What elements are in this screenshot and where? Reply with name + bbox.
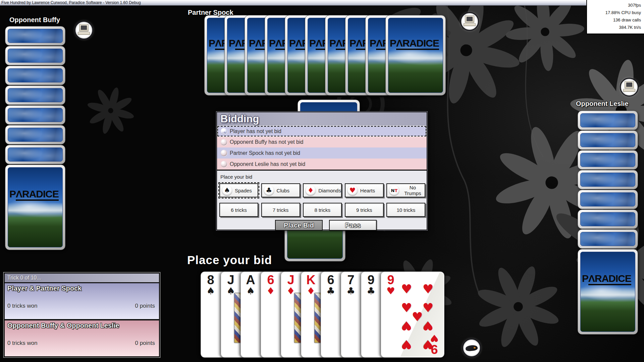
paradice-logo-p: P [309,38,316,49]
bidding-dialog-title: Bidding [217,112,427,126]
pip: ♥ [422,337,433,352]
card-rank: J [224,274,237,286]
nt-letter-t: T [394,188,397,193]
place-your-bid-label: Place your bid [220,174,252,180]
tricks-won-value: 0 tricks won [7,303,38,309]
card-back-sliver [578,150,638,170]
card-back-face [580,232,635,246]
paradice-logo-p: P [249,38,255,49]
diamonds-suit-icon: ♦ [306,185,316,195]
current-bidder-arrow-icon: → [221,128,227,134]
pip: ♥ [401,337,412,352]
suit-button-label: Diamonds [318,188,341,193]
trick-button-6-tricks[interactable]: 6 tricks [219,203,258,217]
computer-icon [74,21,93,40]
mouse-body [465,345,478,352]
trick-button-9-tricks[interactable]: 9 tricks [345,203,384,217]
bid-prompt-text: Place your bid [187,253,272,267]
card-back-sliver [5,46,65,65]
suit-button-no-trumps[interactable]: NTNo Trumps [386,183,425,197]
bid-status-row: →Player has not yet bid [217,126,427,137]
player-label-opponent-leslie: Opponent Leslie [576,100,629,108]
paradice-logo: PΛRADICE [582,274,631,284]
card-back-face: PΛRADICE [8,167,63,247]
card-rank: 6 [264,274,277,286]
paradice-logo-p: P [582,273,588,284]
paradice-logo-p: P [269,38,275,49]
pass-button[interactable]: Pass [329,220,377,231]
suit-button-label: Spades [235,188,252,193]
pip: ♥ [422,300,433,315]
suit-button-spades[interactable]: ♠Spades [219,183,258,197]
arrow-glyph: → [221,129,226,134]
trick-button-7-tricks[interactable]: 7 tricks [261,203,300,217]
card-back-face [8,88,63,102]
card-back-face [580,133,635,147]
suit-button-label: No Trumps [402,185,423,196]
stat-line: 384.7K tri/s [589,24,641,31]
paradice-logo: PΛRADICE [9,189,59,199]
card-back-face [8,128,63,142]
card-corner-index: 6♣ [324,274,337,296]
clubs-suit-icon: ♣ [264,185,274,195]
place-bid-button[interactable]: Place Bid [275,220,323,231]
team-score-section: Player & Partner Spock0 tricks won0 poin… [5,283,159,319]
card-rank: 9 [384,274,397,286]
paradice-logo-p: P [370,38,376,49]
debug-stats: 307fps17.88% CPU busy136 draw calls384.7… [586,0,644,34]
suit-button-label: Hearts [360,188,375,193]
player-label-partner-spock: Partner Spock [188,9,233,16]
paradice-logo-rest: ΛRADICE [16,188,59,201]
hand-card-9-of-hearts[interactable]: 9♥9♥♥♥♥♥♥♥♥♥♥ [381,272,444,358]
game-board: PΛRADICE PΛRADICEPΛRADICEPΛRADICEPΛRADIC… [0,0,644,362]
card-back-sliver [578,190,638,209]
card-back-face [8,108,63,122]
card-back: PΛRADICE [385,15,446,96]
card-suit-pip: ♣ [344,286,358,296]
trick-button-10-tricks[interactable]: 10 tricks [386,203,425,217]
trick-button-8-tricks[interactable]: 8 tricks [303,203,342,217]
computer-base [464,23,476,26]
bidding-dialog: Bidding →Player has not yet bidOpponent … [216,112,427,230]
card-rank: J [284,274,298,286]
bid-status-radio-icon [221,150,227,156]
card-suit-pip: ♠ [244,286,257,296]
card-corner-index: 9♣ [364,274,378,296]
pip: ♥ [401,300,412,315]
pip: ♥ [401,318,412,333]
window-title: Five Hundred by Lawrence Curwood, Paradi… [1,0,141,5]
computer-icon [620,78,639,97]
mouse-icon [462,339,481,357]
computer-screen [626,82,632,87]
tricks-won-value: 0 tricks won [7,340,38,347]
nt-letter-n: N [391,188,395,193]
paradice-logo-rest: ΛRADICE [588,273,631,285]
card-back: PΛRADICE [578,249,638,335]
card-corner-index: 6♦ [264,274,277,296]
points-value: 0 points [135,303,155,309]
card-rank: 8 [204,274,217,286]
paradice-logo-p: P [9,188,16,199]
card-corner-index: A♠ [244,274,257,296]
bid-status-row: Partner Spock has not yet bid [217,147,427,159]
stat-line: 136 draw calls [589,16,641,24]
stat-line: 17.88% CPU busy [589,9,641,16]
suit-button-clubs[interactable]: ♣Clubs [261,183,300,197]
card-rank: A [244,274,257,286]
card-back-face [580,113,635,127]
no-trumps-icon: NT [389,185,399,195]
computer-monitor [625,81,634,88]
bid-status-radio-icon [221,161,227,167]
card-back-face [8,147,63,162]
points-value: 0 points [135,340,155,347]
suit-button-diamonds[interactable]: ♦Diamonds [303,183,342,197]
card-back: PΛRADICE [5,165,65,250]
team-score-row: 0 tricks won0 points [7,340,155,347]
pip: ♥ [412,309,423,324]
bid-status-row: Opponent Leslie has not yet bid [217,159,427,170]
card-corner-index: 9♥ [384,274,397,296]
hearts-suit-icon: ♥ [347,185,358,195]
suit-button-hearts[interactable]: ♥Hearts [345,183,384,197]
card-back-face [580,173,635,187]
card-back-sliver [5,125,65,144]
